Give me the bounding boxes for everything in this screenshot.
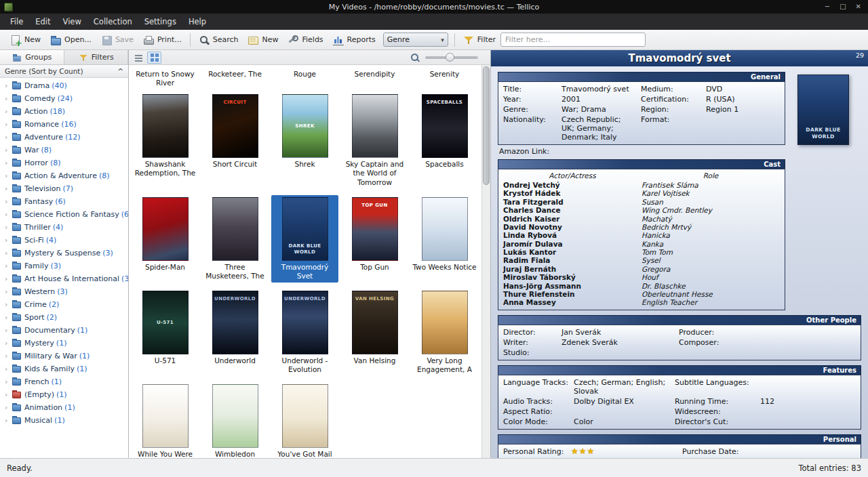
entry-tile[interactable]: UNDERWORLDUnderworld [201, 289, 269, 376]
entry-title: Three Musketeers, The [203, 263, 267, 281]
entry-tile-partial[interactable]: Rouge [271, 68, 338, 89]
group-sport[interactable]: ›Sport(2) [0, 311, 128, 324]
group-thriller[interactable]: ›Thriller(4) [0, 221, 128, 234]
entry-tile[interactable]: Very Long Engagement, A [411, 289, 478, 376]
cast-row: Anna MasseyEnglish Teacher [503, 298, 780, 306]
cast-row: Radim FialaSysel [503, 256, 780, 264]
group-crime[interactable]: ›Crime(2) [0, 298, 128, 311]
menu-edit[interactable]: Edit [29, 14, 56, 29]
expander-icon: › [5, 171, 12, 180]
zoom-slider-handle[interactable] [446, 53, 454, 62]
reports-button[interactable]: Reports [328, 33, 380, 47]
entry-tile[interactable]: CIRCUITShort Circuit [201, 92, 269, 188]
open-button[interactable]: Open... [45, 33, 96, 47]
entry-tile[interactable]: DARK BLUE WORLDTmavomodrý Svet [271, 195, 338, 283]
zoom-out-icon[interactable] [410, 52, 420, 63]
group-fantasy[interactable]: ›Fantasy(6) [0, 195, 128, 208]
entry-tile-partial[interactable]: Serenity [411, 68, 478, 89]
print-button[interactable]: Print... [138, 33, 186, 47]
maximize-button[interactable]: □ [840, 0, 846, 14]
group-art-house-international[interactable]: ›Art House & International(3) [0, 272, 128, 285]
group-mystery-suspense[interactable]: ›Mystery & Suspense(3) [0, 247, 128, 260]
entry-detail-body: General Title:Tmavomodrý svetMedium:DVDY… [491, 66, 868, 458]
group-military-war[interactable]: ›Military & War(1) [0, 350, 128, 362]
entry-tile[interactable]: Sky Captain and the World of Tomorrow [341, 92, 408, 188]
icon-view-button[interactable] [147, 51, 161, 64]
entry-tile[interactable]: Wimbledon [201, 382, 269, 458]
group-drama[interactable]: ›Drama(40) [0, 79, 128, 92]
group-documentary[interactable]: ›Documentary(1) [0, 324, 128, 337]
group-comedy[interactable]: ›Comedy(24) [0, 92, 128, 105]
expander-icon: › [5, 210, 12, 219]
entry-tile[interactable]: Shawshank Redemption, The [132, 92, 199, 188]
menu-collection[interactable]: Collection [87, 14, 138, 29]
entry-tile-partial[interactable]: Serendipity [341, 68, 408, 89]
entry-tile[interactable]: You've Got Mail [271, 382, 338, 458]
group-war[interactable]: ›War(8) [0, 144, 128, 157]
list-view-button[interactable] [132, 51, 146, 64]
group-musical[interactable]: ›Musical(1) [0, 414, 128, 427]
section-header-personal: Personal [498, 434, 861, 444]
field-value: Czech Republic; UK; Germany; Denmark; It… [561, 115, 635, 142]
entry-tile[interactable]: Two Weeks Notice [411, 195, 478, 283]
group-count: (18) [50, 107, 65, 116]
group-sci-fi[interactable]: ›Sci-Fi(4) [0, 234, 128, 247]
group-french[interactable]: ›French(1) [0, 375, 128, 388]
tab-groups[interactable]: Groups [0, 50, 64, 64]
tab-filters[interactable]: Filters [64, 50, 129, 64]
group-western[interactable]: ›Western(3) [0, 285, 128, 298]
icon-view-scrollbar[interactable] [481, 65, 490, 458]
entry-tile-partial[interactable]: Rocketeer, The [201, 68, 269, 89]
fields-button[interactable]: Fields [283, 33, 328, 47]
group-television[interactable]: ›Television(7) [0, 182, 128, 195]
search-button[interactable]: Search [194, 33, 243, 47]
entry-tile[interactable]: Spider-Man [132, 195, 199, 283]
close-button[interactable]: ✕ [856, 0, 861, 14]
filter-button[interactable]: Filter [458, 33, 500, 47]
entry-tile[interactable]: U-571U-571 [132, 289, 199, 376]
new-collection-button[interactable]: New [5, 33, 45, 47]
new-entry-button[interactable]: New [243, 33, 283, 47]
new-entry-icon [248, 35, 258, 45]
group-label: Drama [24, 81, 50, 90]
menu-settings[interactable]: Settings [138, 14, 182, 29]
amazon-link-label[interactable]: Amazon Link: [498, 145, 785, 159]
menu-help[interactable]: Help [182, 14, 212, 29]
entry-tile[interactable]: TOP GUNTop Gun [341, 195, 408, 283]
menu-view[interactable]: View [57, 14, 87, 29]
actor-name: Juraj Bernáth [503, 265, 642, 273]
group-family[interactable]: ›Family(3) [0, 260, 128, 272]
expander-icon: › [5, 300, 12, 309]
group-count: (6) [55, 197, 66, 206]
movie-cover [142, 94, 189, 158]
icon-view-toolbar [129, 50, 490, 65]
entry-tile[interactable]: UNDERWORLDUnderworld - Evolution [271, 289, 338, 376]
group-kids-family[interactable]: ›Kids & Family(1) [0, 362, 128, 375]
group-empty[interactable]: ›(Empty)(1) [0, 388, 128, 401]
group-by-select[interactable]: Genre▾ [383, 33, 448, 47]
actor-name: David Novotny [503, 223, 642, 231]
group-romance[interactable]: ›Romance(16) [0, 118, 128, 131]
group-science-fiction-fantasy[interactable]: ›Science Fiction & Fantasy(6) [0, 208, 128, 221]
entry-tile[interactable]: SHREKShrek [271, 92, 338, 188]
entry-tile[interactable]: While You Were Sleeping [132, 382, 199, 458]
filter-input[interactable] [500, 33, 646, 47]
section-header-general: General [498, 72, 785, 81]
cover-title-text: VAN HELSING [354, 296, 396, 302]
group-sort-header[interactable]: Genre (Sort by Count) ^ [0, 65, 128, 78]
entry-tile-partial[interactable]: Return to Snowy River [132, 68, 199, 89]
group-action[interactable]: ›Action(18) [0, 105, 128, 118]
group-animation[interactable]: ›Animation(1) [0, 401, 128, 414]
group-adventure[interactable]: ›Adventure(12) [0, 131, 128, 144]
group-horror[interactable]: ›Horror(8) [0, 157, 128, 169]
expander-icon: › [5, 287, 12, 296]
scrollbar-thumb[interactable] [483, 66, 490, 185]
zoom-slider[interactable] [425, 56, 478, 59]
menu-file[interactable]: File [4, 14, 29, 29]
entry-tile[interactable]: Three Musketeers, The [201, 195, 269, 283]
group-mystery[interactable]: ›Mystery(1) [0, 337, 128, 350]
minimize-button[interactable]: − [825, 0, 830, 14]
entry-tile[interactable]: VAN HELSINGVan Helsing [341, 289, 408, 376]
entry-tile[interactable]: SPACEBALLSSpaceballs [411, 92, 478, 188]
group-action-adventure[interactable]: ›Action & Adventure(8) [0, 169, 128, 182]
